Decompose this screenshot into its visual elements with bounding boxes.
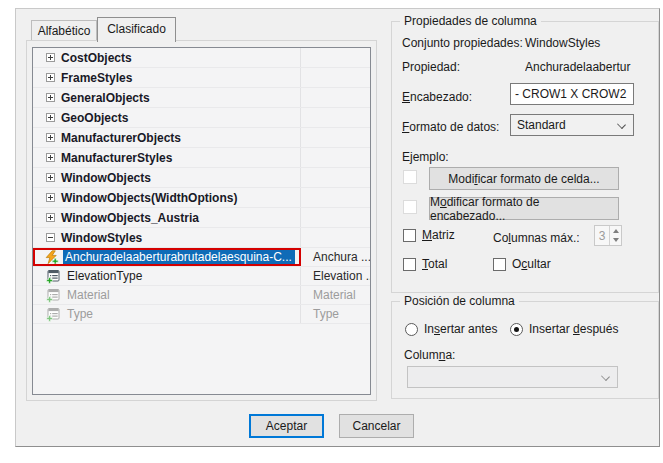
tree-item-value: Elevation ... (301, 267, 370, 285)
column-position-group: Posición de columna Insertar antes Inser… (391, 301, 659, 399)
tree-item-label: Material (67, 288, 110, 302)
propiedad-label: Propiedad: (402, 60, 460, 74)
matriz-label: Matriz (422, 228, 455, 242)
header-format-sample (403, 200, 417, 214)
column-properties-dialog: Alfabético Clasificado CostObjects Frame… (15, 8, 660, 447)
tree-item-type[interactable]: Type Type (33, 305, 370, 324)
columnas-max-spinner[interactable]: 3 (594, 225, 622, 246)
expand-plus-icon[interactable] (46, 93, 55, 102)
ocultar-checkbox[interactable]: Ocultar (493, 257, 551, 271)
columna-select[interactable] (407, 366, 618, 388)
group-title: Posición de columna (400, 294, 519, 308)
conjunto-propiedades-value: WindowStyles (525, 36, 600, 50)
tree-category-label: WindowStyles (61, 231, 142, 245)
expand-plus-icon[interactable] (46, 173, 55, 182)
formato-datos-value: Standard (517, 118, 566, 132)
tree-item-elevationtype[interactable]: ElevationType Elevation ... (33, 267, 370, 286)
tree-category-windowobjects-austria[interactable]: WindowObjects_Austria (33, 208, 370, 228)
radio-circle[interactable] (405, 323, 418, 336)
expand-plus-icon[interactable] (46, 153, 55, 162)
tree-item-value: Anchura ... (301, 248, 370, 266)
tree-category-label: FrameStyles (61, 71, 132, 85)
total-checkbox[interactable]: Total (403, 257, 447, 271)
tab-clasificado[interactable]: Clasificado (97, 17, 176, 42)
propiedad-value: Anchuradelaabertur (525, 60, 658, 74)
insertar-antes-label: Insertar antes (424, 322, 497, 336)
tree-empty-area (33, 324, 370, 394)
expand-plus-icon[interactable] (46, 193, 55, 202)
checkbox-box[interactable] (403, 258, 416, 271)
tree-category-label: ManufacturerObjects (61, 131, 181, 145)
tree-category-label: ManufacturerStyles (61, 151, 172, 165)
list-add-icon (46, 269, 61, 284)
total-label: Total (422, 257, 447, 271)
modify-cell-format-button[interactable]: Modificar formato de celda... (429, 167, 619, 190)
chevron-down-icon (601, 372, 610, 381)
insertar-despues-radio[interactable]: Insertar después (510, 322, 618, 336)
tree-category-label: GeoObjects (61, 111, 128, 125)
tree-category-label: WindowObjects(WidthOptions) (61, 191, 237, 205)
expand-plus-icon[interactable] (46, 73, 55, 82)
columnas-max-label: Columnas máx.: (493, 231, 580, 245)
cell-format-sample (403, 170, 417, 184)
modify-header-format-button[interactable]: Modificar formato de encabezado... (429, 197, 619, 220)
formato-datos-select[interactable]: Standard (510, 114, 634, 136)
conjunto-propiedades-label: Conjunto propiedades: (402, 36, 523, 50)
tree-category-label: WindowObjects (61, 171, 151, 185)
tree-item-material[interactable]: Material Material (33, 286, 370, 305)
tree-item-anchura[interactable]: Anchuradelaaberturabrutadelaesquina-C...… (33, 248, 370, 267)
spin-up-icon[interactable] (610, 226, 621, 236)
tree-category-manufacturerobjects[interactable]: ManufacturerObjects (33, 128, 370, 148)
expand-plus-icon[interactable] (46, 133, 55, 142)
columna-label: Columna: (404, 348, 455, 362)
tree-item-label: ElevationType (67, 269, 142, 283)
insertar-despues-label: Insertar después (529, 322, 618, 336)
chevron-down-icon (617, 120, 626, 129)
tree-item-value: Type (301, 305, 370, 323)
encabezado-input[interactable]: - CROW1 X CROW2 (510, 83, 634, 105)
tree-category-windowobjects-widthoptions[interactable]: WindowObjects(WidthOptions) (33, 188, 370, 208)
list-add-icon-disabled (46, 307, 61, 322)
tree-category-label: GeneralObjects (61, 91, 150, 105)
formato-datos-label: Formato de datos: (402, 120, 499, 134)
tab-page-clasificado: CostObjects FrameStyles GeneralObjects G… (26, 40, 377, 401)
collapse-minus-icon[interactable] (46, 233, 55, 242)
aceptar-button[interactable]: Aceptar (249, 414, 324, 438)
checkbox-box[interactable] (493, 258, 506, 271)
tree-category-generalobjects[interactable]: GeneralObjects (33, 88, 370, 108)
matriz-checkbox[interactable]: Matriz (403, 228, 455, 242)
lightning-add-icon (44, 250, 59, 265)
tree-category-windowstyles[interactable]: WindowStyles (33, 228, 370, 248)
spin-down-icon[interactable] (610, 236, 621, 246)
tree-category-costobjects[interactable]: CostObjects (33, 48, 370, 68)
selected-cell[interactable]: Anchuradelaaberturabrutadelaesquina-C... (33, 248, 301, 266)
columnas-max-value: 3 (595, 226, 609, 245)
expand-plus-icon[interactable] (46, 53, 55, 62)
tree-category-label: CostObjects (61, 51, 132, 65)
tree-item-label: Type (67, 307, 93, 321)
tree-category-geoobjects[interactable]: GeoObjects (33, 108, 370, 128)
tree-category-manufacturerstyles[interactable]: ManufacturerStyles (33, 148, 370, 168)
property-tree: CostObjects FrameStyles GeneralObjects G… (32, 47, 371, 395)
expand-plus-icon[interactable] (46, 213, 55, 222)
checkbox-box[interactable] (403, 229, 416, 242)
radio-circle-selected[interactable] (510, 323, 523, 336)
ejemplo-label: Ejemplo: (402, 150, 449, 164)
tree-category-framestyles[interactable]: FrameStyles (33, 68, 370, 88)
ocultar-label: Ocultar (512, 257, 551, 271)
tree-category-windowobjects[interactable]: WindowObjects (33, 168, 370, 188)
expand-plus-icon[interactable] (46, 113, 55, 122)
tree-item-label: Anchuradelaaberturabrutadelaesquina-C... (63, 249, 295, 266)
list-add-icon-disabled (46, 288, 61, 303)
tree-item-value: Material (301, 286, 370, 304)
insertar-antes-radio[interactable]: Insertar antes (405, 322, 497, 336)
cancelar-button[interactable]: Cancelar (339, 414, 414, 438)
encabezado-label: Encabezado: (402, 90, 472, 104)
group-title: Propiedades de columna (400, 14, 541, 28)
column-properties-group: Propiedades de columna Conjunto propieda… (391, 21, 659, 293)
tree-category-label: WindowObjects_Austria (61, 211, 199, 225)
tab-alfabetico[interactable]: Alfabético (31, 20, 97, 41)
